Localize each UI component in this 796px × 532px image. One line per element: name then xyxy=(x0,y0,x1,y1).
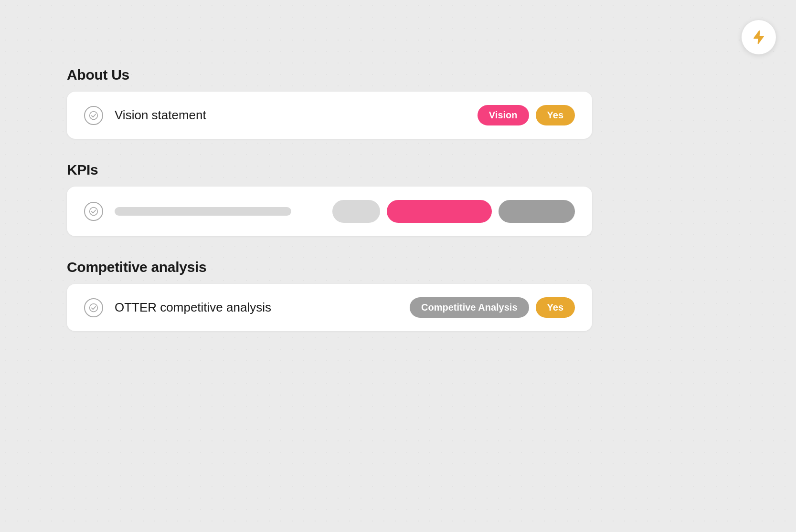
vision-statement-badges: Vision Yes xyxy=(478,105,575,125)
kpis-skeleton-text xyxy=(115,207,291,216)
svg-point-0 xyxy=(90,111,98,119)
section-kpis: KPIs xyxy=(67,162,592,236)
kpis-badge-skeleton-3 xyxy=(499,200,575,223)
badge-vision: Vision xyxy=(478,105,529,125)
kpis-badges xyxy=(332,200,575,223)
card-kpis xyxy=(67,187,592,236)
svg-point-1 xyxy=(90,208,98,216)
lightning-button[interactable] xyxy=(742,20,776,54)
section-title-kpis: KPIs xyxy=(67,162,592,178)
section-title-competitive-analysis: Competitive analysis xyxy=(67,259,592,275)
kpis-badge-skeleton-1 xyxy=(332,200,380,223)
card-otter-competitive: OTTER competitive analysis Competitive A… xyxy=(67,284,592,331)
svg-point-2 xyxy=(90,303,98,312)
section-competitive-analysis: Competitive analysis OTTER competitive a… xyxy=(67,259,592,331)
kpis-badge-skeleton-2 xyxy=(387,200,492,223)
vision-statement-label: Vision statement xyxy=(115,108,466,123)
check-icon-vision xyxy=(84,106,103,125)
otter-competitive-label: OTTER competitive analysis xyxy=(115,300,398,315)
section-title-about-us: About Us xyxy=(67,67,592,83)
badge-competitive-analysis: Competitive Analysis xyxy=(410,297,529,318)
otter-competitive-badges: Competitive Analysis Yes xyxy=(410,297,575,318)
badge-yes-competitive: Yes xyxy=(536,297,575,318)
section-about-us: About Us Vision statement Vision Yes xyxy=(67,67,592,139)
card-vision-statement: Vision statement Vision Yes xyxy=(67,92,592,139)
check-icon-competitive xyxy=(84,298,103,317)
badge-yes-vision: Yes xyxy=(536,105,575,125)
main-content: About Us Vision statement Vision Yes KPI… xyxy=(67,67,592,354)
check-icon-kpis xyxy=(84,202,103,221)
lightning-icon xyxy=(751,30,766,45)
